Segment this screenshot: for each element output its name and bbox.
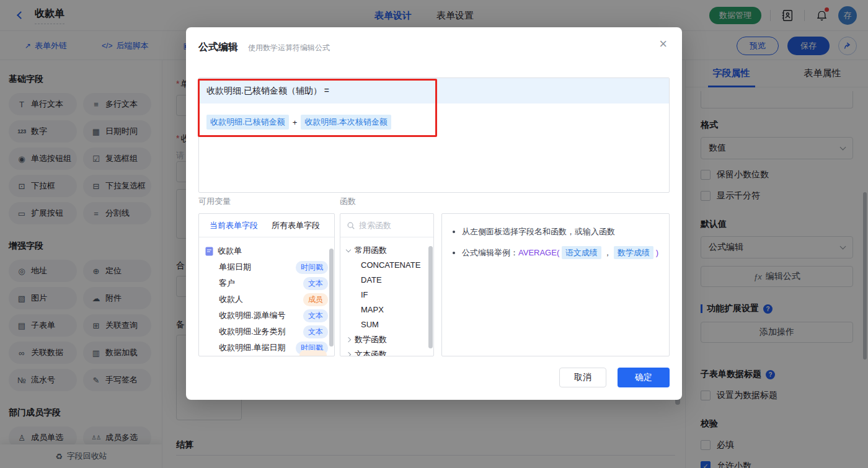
type-badge: 成员 <box>303 293 328 306</box>
variable-row[interactable]: 客户 文本 <box>205 275 328 291</box>
formula-expression-input[interactable]: 收款明细.已核销金额 + 收款明细.本次核销金额 <box>199 104 669 141</box>
document-icon <box>205 247 213 256</box>
search-icon <box>347 221 355 230</box>
modal-title: 公式编辑 <box>198 41 238 54</box>
type-badge: 文本 <box>303 325 328 338</box>
clipped-badge <box>299 350 327 356</box>
variables-label: 可用变量 <box>198 196 231 207</box>
example-field-chip: 数学成绩 <box>614 246 653 259</box>
functions-label: 函数 <box>340 196 356 207</box>
tips-panel: 从左侧面板选择字段名和函数，或输入函数 公式编辑举例：AVERAGE( 语文成绩… <box>441 213 670 356</box>
function-search[interactable] <box>340 214 433 237</box>
variables-scrollbar[interactable] <box>329 249 334 347</box>
variable-row[interactable]: 单据日期 时间戳 <box>205 259 328 275</box>
formula-field-token[interactable]: 收款明细.已核销金额 <box>206 115 289 130</box>
function-group-math[interactable]: 数学函数 <box>347 332 428 347</box>
tab-all-form-fields[interactable]: 所有表单字段 <box>272 220 320 231</box>
modal-subtitle: 使用数学运算符编辑公式 <box>248 43 330 53</box>
chevron-down-icon <box>346 247 351 252</box>
example-field-chip: 语文成绩 <box>562 246 601 259</box>
plus-operator: + <box>293 118 298 127</box>
function-item[interactable]: MAPX <box>347 302 428 317</box>
formula-field-token[interactable]: 收款明细.本次核销金额 <box>301 115 391 130</box>
confirm-button[interactable]: 确定 <box>618 368 670 387</box>
functions-panel: 常用函数 CONCATENATE DATE IF MAPX SUM 数学函数 文… <box>340 213 434 356</box>
functions-scrollbar[interactable] <box>428 246 433 348</box>
function-item[interactable]: DATE <box>347 273 428 288</box>
search-input[interactable] <box>359 221 418 230</box>
function-item[interactable]: IF <box>347 288 428 302</box>
cancel-button[interactable]: 取消 <box>559 368 606 387</box>
tip-line-1: 从左侧面板选择字段名和函数，或输入函数 <box>462 225 659 239</box>
formula-target-row: 收款明细.已核销金额（辅助） = <box>199 78 669 104</box>
variable-row[interactable]: 收款明细.业务类别 文本 <box>205 324 328 340</box>
function-group-text[interactable]: 文本函数 <box>347 347 428 356</box>
function-item[interactable]: SUM <box>347 317 428 332</box>
function-name-text: AVERAGE( <box>518 248 559 257</box>
close-icon[interactable]: × <box>659 37 667 51</box>
type-badge: 时间戳 <box>296 261 328 274</box>
type-badge: 文本 <box>303 277 328 290</box>
formula-editor: 收款明细.已核销金额（辅助） = 收款明细.已核销金额 + 收款明细.本次核销金… <box>198 77 670 193</box>
chevron-right-icon <box>346 337 351 342</box>
function-group-common[interactable]: 常用函数 <box>347 243 428 258</box>
tab-current-form-fields[interactable]: 当前表单字段 <box>210 220 258 231</box>
tree-root-form[interactable]: 收款单 <box>205 243 328 259</box>
variable-row[interactable]: 收款人 成员 <box>205 291 328 307</box>
function-close-paren: ) <box>656 248 658 257</box>
function-item[interactable]: CONCATENATE <box>347 258 428 273</box>
variables-panel: 当前表单字段 所有表单字段 收款单 单据日期 时间戳 客户 文本 收款人 <box>198 213 335 356</box>
formula-edit-modal: 公式编辑 使用数学运算符编辑公式 × 收款明细.已核销金额（辅助） = 收款明细… <box>186 27 682 400</box>
variable-row[interactable]: 收款明细.源单编号 文本 <box>205 307 328 324</box>
chevron-right-icon <box>346 351 351 356</box>
type-badge: 文本 <box>303 309 328 322</box>
tip-line-2: 公式编辑举例：AVERAGE( 语文成绩 ， 数学成绩 ) <box>462 246 659 260</box>
